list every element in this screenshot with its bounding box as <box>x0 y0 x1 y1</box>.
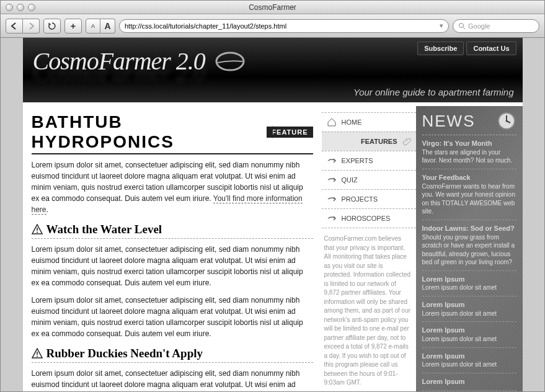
search-placeholder: Google <box>468 22 490 30</box>
article-title-text: BATHTUB HYDROPONICS <box>32 112 267 152</box>
news-item[interactable]: Lorem Ipsum <box>422 373 516 391</box>
nav-label: HOME <box>342 118 362 126</box>
nav-item-quiz[interactable]: QUIZ <box>322 170 416 189</box>
news-title: NEWS <box>422 112 476 131</box>
subheading-water-level: Watch the Water Level <box>32 223 313 239</box>
reload-icon <box>48 22 56 30</box>
news-item-body: The stars are aligned in your favor. Nex… <box>422 149 513 164</box>
article-paragraph: Lorem ipsum dolor sit amet, consectetuer… <box>32 295 313 339</box>
paperclip-icon <box>402 136 412 146</box>
page-body: BATHTUB HYDROPONICS FEATURE Lorem ipsum … <box>23 102 523 391</box>
subheading-text: Rubber Duckies Needn't Apply <box>47 347 203 360</box>
forward-button[interactable] <box>23 19 40 33</box>
svg-point-6 <box>37 356 38 357</box>
url-text: http://css.local/tutorials/chapter_11/la… <box>125 22 286 30</box>
tagline: Your online guide to apartment farming <box>353 87 514 97</box>
back-arrow-icon <box>10 22 19 30</box>
side-column: HOME FEATURES EXPERTS QUIZ <box>322 106 416 391</box>
news-item[interactable]: Indoor Lawns: Sod or Seed?Should you gro… <box>422 220 516 271</box>
site-logo-text[interactable]: CosmoFarmer 2.0 <box>33 47 205 76</box>
news-item-title: Your Feedback <box>422 173 516 182</box>
news-header: NEWS <box>422 111 516 135</box>
article-paragraph: Lorem ipsum dolor sit amet, consectetuer… <box>32 159 313 215</box>
url-dropdown-icon[interactable]: ▾ <box>440 22 443 30</box>
news-item-title: Virgo: It's Your Month <box>422 139 516 148</box>
news-item-title: Lorem Ipsum <box>422 377 516 386</box>
news-item-body: Lorem ipsum dolor sit amet <box>422 310 497 317</box>
zoom-window-button[interactable] <box>28 4 35 11</box>
url-bar[interactable]: http://css.local/tutorials/chapter_11/la… <box>119 19 449 33</box>
minimize-window-button[interactable] <box>17 4 24 11</box>
nav-label: HOROSCOPES <box>342 215 391 222</box>
viewport[interactable]: Subscribe Contact Us CosmoFarmer 2.0 You… <box>1 38 544 391</box>
main-nav: HOME FEATURES EXPERTS QUIZ <box>322 112 416 228</box>
site-header: Subscribe Contact Us CosmoFarmer 2.0 You… <box>23 38 523 102</box>
main-column: BATHTUB HYDROPONICS FEATURE Lorem ipsum … <box>23 106 322 391</box>
news-item-body: Lorem ipsum dolor sit amet <box>422 284 497 291</box>
nav-item-features[interactable]: FEATURES <box>322 131 416 151</box>
window-controls <box>6 4 35 11</box>
subscribe-button[interactable]: Subscribe <box>417 42 464 55</box>
search-bar[interactable]: Google <box>453 19 539 33</box>
svg-line-1 <box>463 27 465 29</box>
warning-icon <box>32 224 43 235</box>
page: Subscribe Contact Us CosmoFarmer 2.0 You… <box>23 38 523 391</box>
svg-point-0 <box>459 23 464 27</box>
nav-label: PROJECTS <box>342 195 378 203</box>
window-title: CosmoFarmer <box>1 3 544 12</box>
news-item-body: Lorem ipsum dolor sit amet <box>422 361 497 368</box>
titlebar: CosmoFarmer <box>1 1 544 14</box>
svg-point-10 <box>505 120 507 122</box>
add-bookmark-button[interactable]: + <box>64 19 82 33</box>
reload-button[interactable] <box>43 19 61 33</box>
news-item[interactable]: Lorem IpsumLorem ipsum dolor sit amet <box>422 296 516 322</box>
subheading-text: Watch the Water Level <box>47 223 162 236</box>
nav-buttons <box>6 19 40 33</box>
article-paragraph: Lorem ipsum dolor sit amet, consectetuer… <box>32 244 313 288</box>
news-item-body: Lorem ipsum dolor sit amet <box>422 336 497 342</box>
arrow-icon <box>327 213 337 223</box>
arrow-icon <box>327 156 337 166</box>
news-item-title: Lorem Ipsum <box>422 300 516 310</box>
news-item-body: Should you grow grass from scratch or ha… <box>422 234 515 266</box>
feature-badge: FEATURE <box>267 127 312 138</box>
clock-icon <box>497 111 516 131</box>
nav-item-experts[interactable]: EXPERTS <box>322 151 416 170</box>
privacy-notice: CosmoFarmer.com believes that your priva… <box>322 228 416 388</box>
news-item-title: Lorem Ipsum <box>422 275 516 284</box>
nav-item-projects[interactable]: PROJECTS <box>322 189 416 208</box>
text-size-buttons: A A <box>86 19 115 33</box>
search-icon <box>458 22 466 30</box>
back-button[interactable] <box>6 19 23 33</box>
article-title: BATHTUB HYDROPONICS FEATURE <box>32 112 313 154</box>
text-larger-button[interactable]: A <box>100 19 115 33</box>
nav-item-home[interactable]: HOME <box>322 112 416 131</box>
news-item[interactable]: Lorem IpsumLorem ipsum dolor sit amet <box>422 322 516 347</box>
close-window-button[interactable] <box>6 4 13 11</box>
subheading-rubber-duckies: Rubber Duckies Needn't Apply <box>32 347 313 363</box>
news-column: NEWS Virgo: It's Your MonthThe stars are… <box>416 106 523 391</box>
forward-arrow-icon <box>27 22 35 30</box>
news-item[interactable]: Lorem IpsumLorem ipsum dolor sit amet <box>422 348 516 373</box>
article-paragraph: Lorem ipsum dolor sit amet, consectetuer… <box>32 368 313 391</box>
arrow-icon <box>327 194 337 204</box>
contact-button[interactable]: Contact Us <box>466 42 516 55</box>
leaf-icon <box>211 49 246 74</box>
news-item-title: Lorem Ipsum <box>422 352 516 361</box>
browser-toolbar: + A A http://css.local/tutorials/chapter… <box>1 14 544 38</box>
news-item-title: Indoor Lawns: Sod or Seed? <box>422 224 516 233</box>
news-item[interactable]: Lorem IpsumLorem ipsum dolor sit amet <box>422 271 516 296</box>
browser-window: CosmoFarmer + A A http://css.local/tutor… <box>0 0 545 392</box>
nav-label: FEATURES <box>361 138 397 145</box>
plus-icon: + <box>71 20 76 31</box>
svg-point-4 <box>37 232 38 233</box>
news-item-title: Lorem Ipsum <box>422 326 516 335</box>
news-item-body: CosmoFarmer wants to hear from you. We w… <box>422 183 515 215</box>
text-smaller-button[interactable]: A <box>86 19 100 33</box>
news-item[interactable]: Virgo: It's Your MonthThe stars are alig… <box>422 135 516 169</box>
home-icon <box>327 117 337 127</box>
arrow-icon <box>327 175 337 185</box>
news-item[interactable]: Your FeedbackCosmoFarmer wants to hear f… <box>422 169 516 220</box>
nav-item-horoscopes[interactable]: HOROSCOPES <box>322 208 416 228</box>
nav-label: EXPERTS <box>342 157 373 164</box>
